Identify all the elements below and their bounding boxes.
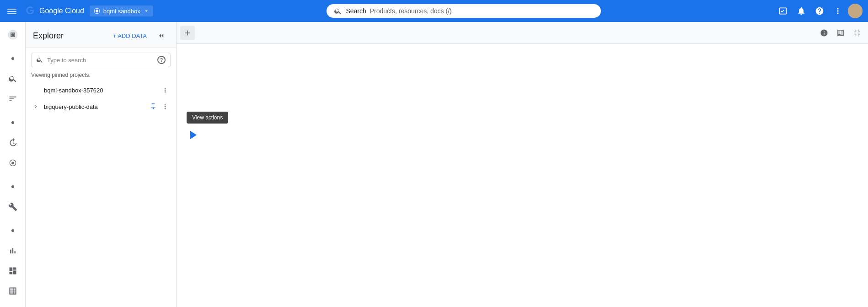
dot-icon-3 xyxy=(11,185,14,188)
fullscreen-button[interactable] xyxy=(850,26,864,40)
split-view-icon xyxy=(836,29,845,37)
search-hint: Products, resources, docs (/) xyxy=(370,7,452,15)
history-icon xyxy=(8,138,17,147)
sidebar-history-button[interactable] xyxy=(4,134,22,152)
search-label: Search xyxy=(346,7,366,15)
main-layout: Explorer + ADD DATA ? Viewing pinned pro… xyxy=(0,22,868,307)
explorer-header: Explorer + ADD DATA xyxy=(26,22,176,48)
search-input[interactable] xyxy=(47,57,154,64)
help-button[interactable] xyxy=(811,3,828,19)
project-name-label: bigquery-public-data xyxy=(42,103,146,110)
svg-rect-0 xyxy=(7,9,16,10)
project-selector[interactable]: bqml sandbox xyxy=(90,5,153,16)
explorer-header-actions: + ADD DATA xyxy=(109,28,169,43)
google-cloud-logo: Google Cloud xyxy=(24,5,84,17)
svg-point-3 xyxy=(96,10,98,12)
explorer-panel: Explorer + ADD DATA ? Viewing pinned pro… xyxy=(26,22,177,307)
toolbar-right xyxy=(817,26,864,40)
more-options-button[interactable] xyxy=(830,3,846,19)
bar-chart-icon xyxy=(8,246,17,255)
top-nav-left: Google Cloud bqml sandbox xyxy=(5,4,153,18)
svg-point-6 xyxy=(11,33,14,36)
bigquery-home-button[interactable] xyxy=(4,26,22,44)
sidebar-dashboard-button[interactable] xyxy=(4,262,22,280)
more-vert-icon xyxy=(161,103,169,110)
svg-rect-1 xyxy=(7,11,16,12)
expand-placeholder xyxy=(31,86,40,95)
add-tab-button[interactable] xyxy=(180,26,195,40)
main-content: View actions xyxy=(177,22,868,307)
pin-filled-icon xyxy=(150,103,157,110)
sidebar-search-icon xyxy=(8,74,17,83)
split-view-button[interactable] xyxy=(833,26,848,40)
list-item[interactable]: bqml-sandbox-357620 xyxy=(27,82,174,98)
search-help-button[interactable]: ? xyxy=(157,56,166,64)
search-icon xyxy=(334,7,342,15)
explorer-title: Explorer xyxy=(33,31,64,41)
table-icon xyxy=(8,286,17,296)
play-button[interactable] xyxy=(190,131,197,139)
sidebar-search-button[interactable] xyxy=(4,70,22,88)
content-toolbar xyxy=(177,22,868,44)
view-actions-tooltip: View actions xyxy=(187,112,228,124)
sidebar-starred-button[interactable] xyxy=(4,154,22,172)
search-wrap: ? xyxy=(26,48,176,70)
sidebar-chart-button[interactable] xyxy=(4,242,22,260)
project-actions xyxy=(160,85,171,96)
dot-icon-4 xyxy=(11,229,14,232)
project-list: bqml-sandbox-357620 bigquery-public-data xyxy=(26,82,176,307)
project-name: bqml sandbox xyxy=(103,8,140,15)
add-tab-icon xyxy=(183,29,192,37)
top-nav-right xyxy=(775,3,863,19)
panel-resizer[interactable] xyxy=(174,22,176,307)
starred-icon xyxy=(8,158,17,167)
sidebar-dot-1 xyxy=(4,49,22,68)
explorer-search-icon xyxy=(36,56,43,64)
sidebar-dot-2 xyxy=(4,113,22,132)
list-item[interactable]: bigquery-public-data xyxy=(27,98,174,115)
global-search-bar[interactable]: Search Products, resources, docs (/) xyxy=(327,4,601,18)
sidebar-tools-button[interactable] xyxy=(4,198,22,216)
chevron-right-icon xyxy=(32,103,39,110)
project-more-button[interactable] xyxy=(160,85,171,96)
project-actions xyxy=(148,101,171,112)
tools-icon xyxy=(8,202,17,211)
top-nav: Google Cloud bqml sandbox Search Product… xyxy=(0,0,868,22)
avatar-image xyxy=(848,4,863,18)
sidebar-filter-icon xyxy=(8,94,17,103)
content-area: View actions xyxy=(177,44,868,307)
hamburger-menu-button[interactable] xyxy=(5,4,18,18)
info-button[interactable] xyxy=(817,26,831,40)
svg-rect-2 xyxy=(7,13,16,14)
add-data-button[interactable]: + ADD DATA xyxy=(109,31,150,41)
terminal-button[interactable] xyxy=(775,3,791,19)
collapse-panel-button[interactable] xyxy=(154,28,169,43)
sidebar-table-button[interactable] xyxy=(4,282,22,300)
viewing-pinned-text: Viewing pinned projects. xyxy=(26,70,176,82)
project-more-button[interactable] xyxy=(160,101,171,112)
project-name-label: bqml-sandbox-357620 xyxy=(42,87,158,94)
top-nav-center: Search Products, resources, docs (/) xyxy=(157,4,771,18)
dot-icon-2 xyxy=(11,121,14,124)
project-icon xyxy=(93,7,101,15)
expand-arrow[interactable] xyxy=(31,102,40,111)
chevron-down-icon xyxy=(143,8,150,14)
fullscreen-icon xyxy=(853,29,861,37)
info-icon xyxy=(820,29,828,37)
google-logo-icon xyxy=(24,5,37,17)
explorer-search-box[interactable]: ? xyxy=(31,53,171,67)
sidebar-dot-3 xyxy=(4,178,22,196)
collapse-icon xyxy=(157,31,166,40)
logo-text: Google Cloud xyxy=(39,7,84,15)
dot-icon-1 xyxy=(11,57,14,60)
user-avatar[interactable] xyxy=(848,4,863,18)
bigquery-icon xyxy=(7,29,18,40)
sidebar-filter-button[interactable] xyxy=(4,90,22,108)
notifications-button[interactable] xyxy=(793,3,809,19)
sidebar-dot-4 xyxy=(4,221,22,240)
add-data-label: + ADD DATA xyxy=(113,32,147,39)
icon-sidebar xyxy=(0,22,26,307)
pin-icon xyxy=(148,101,159,112)
more-vert-icon xyxy=(161,86,169,94)
play-button-area xyxy=(190,131,197,139)
